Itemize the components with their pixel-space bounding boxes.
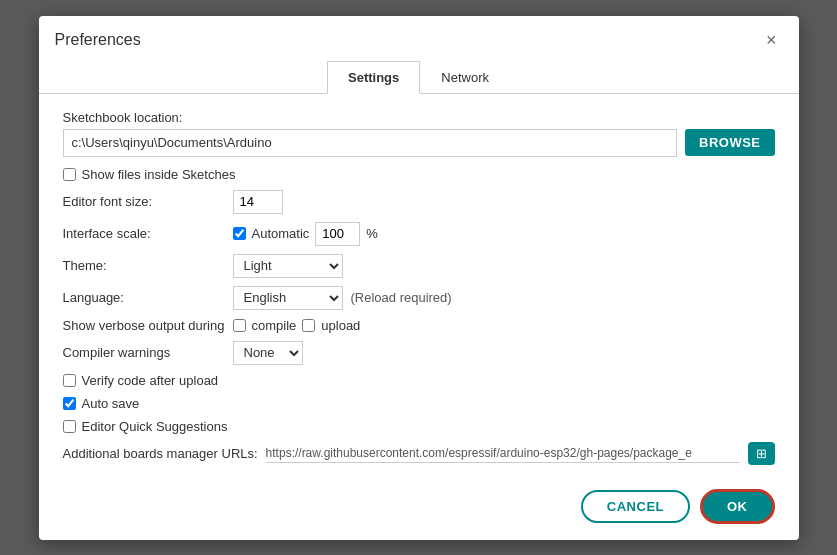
interface-scale-row: Interface scale: Automatic % bbox=[63, 222, 775, 246]
warnings-select[interactable]: None Default More All bbox=[233, 341, 303, 365]
ok-button[interactable]: OK bbox=[700, 489, 775, 524]
show-files-row: Show files inside Sketches bbox=[63, 167, 775, 182]
verify-row: Verify code after upload bbox=[63, 373, 775, 388]
urls-label: Additional boards manager URLs: bbox=[63, 446, 258, 461]
sketchbook-label: Sketchbook location: bbox=[63, 110, 775, 125]
tabs-bar: Settings Network bbox=[39, 61, 799, 94]
sketchbook-row: BROWSE bbox=[63, 129, 775, 157]
verbose-label: Show verbose output during bbox=[63, 318, 233, 333]
theme-select[interactable]: Light Dark bbox=[233, 254, 343, 278]
close-button[interactable]: × bbox=[760, 28, 783, 53]
language-select[interactable]: English 中文 Español Deutsch Français bbox=[233, 286, 343, 310]
theme-label: Theme: bbox=[63, 258, 233, 273]
automatic-checkbox[interactable] bbox=[233, 227, 246, 240]
show-files-checkbox[interactable] bbox=[63, 168, 76, 181]
font-size-label: Editor font size: bbox=[63, 194, 233, 209]
compiler-warnings-row: Compiler warnings None Default More All bbox=[63, 341, 775, 365]
url-icon: ⊞ bbox=[756, 446, 767, 461]
upload-checkbox[interactable] bbox=[302, 319, 315, 332]
interface-scale-label: Interface scale: bbox=[63, 226, 233, 241]
verify-checkbox[interactable] bbox=[63, 374, 76, 387]
reload-note: (Reload required) bbox=[351, 290, 452, 305]
scale-group: Automatic % bbox=[233, 222, 378, 246]
quick-suggestions-checkbox[interactable] bbox=[63, 420, 76, 433]
verbose-row: Show verbose output during compile uploa… bbox=[63, 318, 775, 333]
tab-settings[interactable]: Settings bbox=[327, 61, 420, 94]
language-row: Language: English 中文 Español Deutsch Fra… bbox=[63, 286, 775, 310]
autosave-checkbox[interactable] bbox=[63, 397, 76, 410]
quick-suggestions-label: Editor Quick Suggestions bbox=[82, 419, 228, 434]
upload-label: upload bbox=[321, 318, 360, 333]
compile-checkbox[interactable] bbox=[233, 319, 246, 332]
preferences-dialog: Preferences × Settings Network Sketchboo… bbox=[39, 16, 799, 540]
compile-label: compile bbox=[252, 318, 297, 333]
quick-suggestions-row: Editor Quick Suggestions bbox=[63, 419, 775, 434]
sketchbook-input[interactable] bbox=[63, 129, 678, 157]
automatic-label: Automatic bbox=[252, 226, 310, 241]
font-size-row: Editor font size: bbox=[63, 190, 775, 214]
compiler-warnings-label: Compiler warnings bbox=[63, 345, 233, 360]
browse-button[interactable]: BROWSE bbox=[685, 129, 775, 156]
dialog-body: Sketchbook location: BROWSE Show files i… bbox=[39, 94, 799, 481]
sketchbook-section: Sketchbook location: BROWSE bbox=[63, 110, 775, 157]
tab-network[interactable]: Network bbox=[420, 61, 510, 94]
font-size-input[interactable] bbox=[233, 190, 283, 214]
urls-input[interactable] bbox=[266, 444, 740, 463]
show-files-label: Show files inside Sketches bbox=[82, 167, 236, 182]
verbose-options: compile upload bbox=[233, 318, 361, 333]
dialog-title: Preferences bbox=[55, 31, 141, 49]
dialog-footer: CANCEL OK bbox=[39, 481, 799, 540]
scale-input[interactable] bbox=[315, 222, 360, 246]
verify-label: Verify code after upload bbox=[82, 373, 219, 388]
autosave-label: Auto save bbox=[82, 396, 140, 411]
url-icon-button[interactable]: ⊞ bbox=[748, 442, 775, 465]
urls-row: Additional boards manager URLs: ⊞ bbox=[63, 442, 775, 465]
cancel-button[interactable]: CANCEL bbox=[581, 490, 690, 523]
scale-unit: % bbox=[366, 226, 378, 241]
theme-row: Theme: Light Dark bbox=[63, 254, 775, 278]
dialog-header: Preferences × bbox=[39, 16, 799, 53]
language-label: Language: bbox=[63, 290, 233, 305]
autosave-row: Auto save bbox=[63, 396, 775, 411]
